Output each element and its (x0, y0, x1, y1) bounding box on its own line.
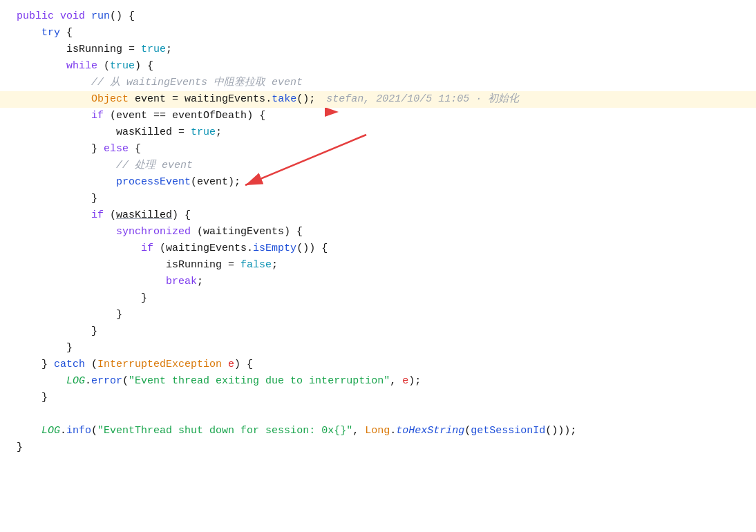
code-text: isRunning = false; (17, 257, 278, 274)
code-line-20: } (0, 323, 756, 340)
code-text: try { (17, 25, 73, 41)
code-line-13: if (wasKilled) { (0, 207, 756, 224)
code-line-24: } (0, 390, 756, 406)
code-text: // 从 waitingEvents 中阻塞拉取 event (17, 75, 303, 91)
code-line-18: } (0, 290, 756, 307)
code-line-10: // 处理 event (0, 158, 756, 174)
code-text: synchronized (waitingEvents) { (17, 224, 303, 240)
code-line-15: if (waitingEvents.isEmpty()) { (0, 240, 756, 257)
code-text: } (17, 439, 23, 456)
code-line-6: Object event = waitingEvents.take(); ste… (0, 91, 756, 108)
code-text: Object event = waitingEvents.take(); (17, 91, 315, 108)
code-line-3: isRunning = true; (0, 41, 756, 58)
code-text: if (wasKilled) { (17, 207, 191, 224)
code-editor: public void run() { try { isRunning = tr… (0, 0, 756, 532)
code-line-7: if (event == eventOfDeath) { (0, 108, 756, 124)
code-text: } (17, 390, 48, 406)
code-text: public void run() { (17, 8, 135, 25)
code-line-14: synchronized (waitingEvents) { (0, 224, 756, 240)
code-text: LOG.error("Event thread exiting due to i… (17, 373, 421, 390)
code-text: break; (17, 274, 203, 290)
code-text (17, 406, 23, 423)
code-text: } (17, 340, 73, 357)
code-text: if (event == eventOfDeath) { (17, 108, 265, 124)
code-text: } (17, 290, 147, 307)
code-line-4: while (true) { (0, 58, 756, 75)
code-line-12: } (0, 191, 756, 207)
code-line-2: try { (0, 25, 756, 41)
code-line-26: LOG.info("EventThread shut down for sess… (0, 423, 756, 439)
code-line-25 (0, 406, 756, 423)
code-line-8: wasKilled = true; (0, 124, 756, 141)
code-line-22: } catch (InterruptedException e) { (0, 357, 756, 373)
code-line-9: } else { (0, 141, 756, 158)
code-line-1: public void run() { (0, 8, 756, 25)
code-text: wasKilled = true; (17, 124, 222, 141)
code-text: while (true) { (17, 58, 153, 75)
code-line-16: isRunning = false; (0, 257, 756, 274)
code-text: isRunning = true; (17, 41, 172, 58)
code-line-21: } (0, 340, 756, 357)
code-line-19: } (0, 307, 756, 323)
code-text: // 处理 event (17, 158, 193, 174)
code-text: } (17, 307, 122, 323)
code-line-5: // 从 waitingEvents 中阻塞拉取 event (0, 75, 756, 91)
code-text: } else { (17, 141, 141, 158)
code-text: } (17, 191, 97, 207)
code-line-23: LOG.error("Event thread exiting due to i… (0, 373, 756, 390)
code-text: LOG.info("EventThread shut down for sess… (17, 423, 576, 439)
code-line-17: break; (0, 274, 756, 290)
code-text: processEvent(event); (17, 174, 240, 191)
code-text: if (waitingEvents.isEmpty()) { (17, 240, 328, 257)
code-text: } (17, 323, 97, 340)
code-text: } catch (InterruptedException e) { (17, 357, 253, 373)
code-line-11: processEvent(event); (0, 174, 756, 191)
git-annotation: stefan, 2021/10/5 11:05 · 初始化 (326, 91, 519, 108)
code-line-27: } (0, 439, 756, 456)
